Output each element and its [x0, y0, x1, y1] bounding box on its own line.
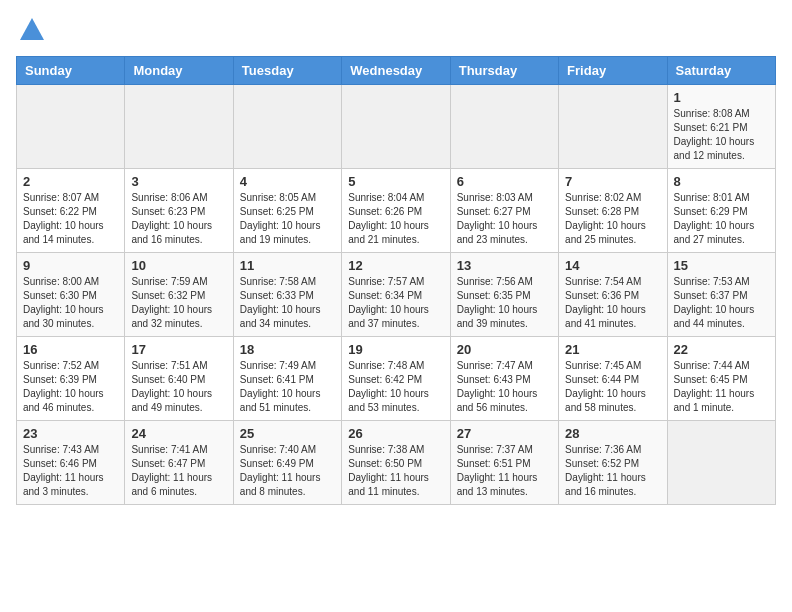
day-number: 28: [565, 426, 660, 441]
day-info: Sunrise: 7:36 AM Sunset: 6:52 PM Dayligh…: [565, 443, 660, 499]
calendar-week-row: 1Sunrise: 8:08 AM Sunset: 6:21 PM Daylig…: [17, 85, 776, 169]
day-number: 11: [240, 258, 335, 273]
calendar-cell: 5Sunrise: 8:04 AM Sunset: 6:26 PM Daylig…: [342, 169, 450, 253]
day-info: Sunrise: 7:45 AM Sunset: 6:44 PM Dayligh…: [565, 359, 660, 415]
calendar-cell: 12Sunrise: 7:57 AM Sunset: 6:34 PM Dayli…: [342, 253, 450, 337]
day-number: 24: [131, 426, 226, 441]
calendar-cell: 26Sunrise: 7:38 AM Sunset: 6:50 PM Dayli…: [342, 421, 450, 505]
day-info: Sunrise: 7:48 AM Sunset: 6:42 PM Dayligh…: [348, 359, 443, 415]
day-number: 25: [240, 426, 335, 441]
calendar-cell: [450, 85, 558, 169]
day-number: 13: [457, 258, 552, 273]
day-number: 17: [131, 342, 226, 357]
calendar-cell: 20Sunrise: 7:47 AM Sunset: 6:43 PM Dayli…: [450, 337, 558, 421]
day-header-monday: Monday: [125, 57, 233, 85]
day-info: Sunrise: 8:02 AM Sunset: 6:28 PM Dayligh…: [565, 191, 660, 247]
day-info: Sunrise: 8:05 AM Sunset: 6:25 PM Dayligh…: [240, 191, 335, 247]
day-number: 9: [23, 258, 118, 273]
calendar-cell: [667, 421, 775, 505]
calendar-cell: 3Sunrise: 8:06 AM Sunset: 6:23 PM Daylig…: [125, 169, 233, 253]
calendar-cell: 25Sunrise: 7:40 AM Sunset: 6:49 PM Dayli…: [233, 421, 341, 505]
day-number: 5: [348, 174, 443, 189]
day-header-wednesday: Wednesday: [342, 57, 450, 85]
day-number: 3: [131, 174, 226, 189]
day-info: Sunrise: 7:49 AM Sunset: 6:41 PM Dayligh…: [240, 359, 335, 415]
day-number: 2: [23, 174, 118, 189]
calendar-cell: 11Sunrise: 7:58 AM Sunset: 6:33 PM Dayli…: [233, 253, 341, 337]
calendar-week-row: 16Sunrise: 7:52 AM Sunset: 6:39 PM Dayli…: [17, 337, 776, 421]
day-info: Sunrise: 8:06 AM Sunset: 6:23 PM Dayligh…: [131, 191, 226, 247]
day-number: 18: [240, 342, 335, 357]
day-number: 1: [674, 90, 769, 105]
calendar-cell: 13Sunrise: 7:56 AM Sunset: 6:35 PM Dayli…: [450, 253, 558, 337]
logo: [16, 16, 46, 44]
calendar-cell: 19Sunrise: 7:48 AM Sunset: 6:42 PM Dayli…: [342, 337, 450, 421]
calendar-week-row: 2Sunrise: 8:07 AM Sunset: 6:22 PM Daylig…: [17, 169, 776, 253]
day-number: 19: [348, 342, 443, 357]
day-info: Sunrise: 7:37 AM Sunset: 6:51 PM Dayligh…: [457, 443, 552, 499]
day-info: Sunrise: 8:08 AM Sunset: 6:21 PM Dayligh…: [674, 107, 769, 163]
day-header-thursday: Thursday: [450, 57, 558, 85]
day-number: 12: [348, 258, 443, 273]
day-number: 8: [674, 174, 769, 189]
calendar-cell: [233, 85, 341, 169]
calendar-cell: [559, 85, 667, 169]
calendar-header-row: SundayMondayTuesdayWednesdayThursdayFrid…: [17, 57, 776, 85]
day-info: Sunrise: 8:03 AM Sunset: 6:27 PM Dayligh…: [457, 191, 552, 247]
day-number: 4: [240, 174, 335, 189]
calendar-cell: [125, 85, 233, 169]
calendar-table: SundayMondayTuesdayWednesdayThursdayFrid…: [16, 56, 776, 505]
day-info: Sunrise: 8:07 AM Sunset: 6:22 PM Dayligh…: [23, 191, 118, 247]
day-number: 23: [23, 426, 118, 441]
day-info: Sunrise: 7:52 AM Sunset: 6:39 PM Dayligh…: [23, 359, 118, 415]
calendar-cell: 4Sunrise: 8:05 AM Sunset: 6:25 PM Daylig…: [233, 169, 341, 253]
day-info: Sunrise: 8:04 AM Sunset: 6:26 PM Dayligh…: [348, 191, 443, 247]
calendar-cell: 27Sunrise: 7:37 AM Sunset: 6:51 PM Dayli…: [450, 421, 558, 505]
calendar-cell: [342, 85, 450, 169]
day-info: Sunrise: 7:59 AM Sunset: 6:32 PM Dayligh…: [131, 275, 226, 331]
day-number: 16: [23, 342, 118, 357]
day-number: 20: [457, 342, 552, 357]
day-info: Sunrise: 7:40 AM Sunset: 6:49 PM Dayligh…: [240, 443, 335, 499]
calendar-cell: [17, 85, 125, 169]
calendar-cell: 10Sunrise: 7:59 AM Sunset: 6:32 PM Dayli…: [125, 253, 233, 337]
calendar-cell: 8Sunrise: 8:01 AM Sunset: 6:29 PM Daylig…: [667, 169, 775, 253]
day-header-tuesday: Tuesday: [233, 57, 341, 85]
day-number: 10: [131, 258, 226, 273]
calendar-cell: 16Sunrise: 7:52 AM Sunset: 6:39 PM Dayli…: [17, 337, 125, 421]
day-info: Sunrise: 7:54 AM Sunset: 6:36 PM Dayligh…: [565, 275, 660, 331]
day-info: Sunrise: 7:58 AM Sunset: 6:33 PM Dayligh…: [240, 275, 335, 331]
day-info: Sunrise: 7:51 AM Sunset: 6:40 PM Dayligh…: [131, 359, 226, 415]
day-number: 7: [565, 174, 660, 189]
calendar-cell: 22Sunrise: 7:44 AM Sunset: 6:45 PM Dayli…: [667, 337, 775, 421]
svg-marker-0: [20, 18, 44, 40]
day-number: 26: [348, 426, 443, 441]
day-info: Sunrise: 7:43 AM Sunset: 6:46 PM Dayligh…: [23, 443, 118, 499]
calendar-cell: 24Sunrise: 7:41 AM Sunset: 6:47 PM Dayli…: [125, 421, 233, 505]
calendar-cell: 15Sunrise: 7:53 AM Sunset: 6:37 PM Dayli…: [667, 253, 775, 337]
day-info: Sunrise: 7:47 AM Sunset: 6:43 PM Dayligh…: [457, 359, 552, 415]
calendar-cell: 23Sunrise: 7:43 AM Sunset: 6:46 PM Dayli…: [17, 421, 125, 505]
calendar-cell: 6Sunrise: 8:03 AM Sunset: 6:27 PM Daylig…: [450, 169, 558, 253]
day-number: 6: [457, 174, 552, 189]
page-header: [16, 16, 776, 44]
day-header-friday: Friday: [559, 57, 667, 85]
calendar-cell: 21Sunrise: 7:45 AM Sunset: 6:44 PM Dayli…: [559, 337, 667, 421]
calendar-cell: 14Sunrise: 7:54 AM Sunset: 6:36 PM Dayli…: [559, 253, 667, 337]
day-info: Sunrise: 7:41 AM Sunset: 6:47 PM Dayligh…: [131, 443, 226, 499]
day-number: 15: [674, 258, 769, 273]
day-number: 27: [457, 426, 552, 441]
calendar-cell: 7Sunrise: 8:02 AM Sunset: 6:28 PM Daylig…: [559, 169, 667, 253]
day-info: Sunrise: 7:38 AM Sunset: 6:50 PM Dayligh…: [348, 443, 443, 499]
calendar-cell: 2Sunrise: 8:07 AM Sunset: 6:22 PM Daylig…: [17, 169, 125, 253]
calendar-week-row: 23Sunrise: 7:43 AM Sunset: 6:46 PM Dayli…: [17, 421, 776, 505]
day-header-saturday: Saturday: [667, 57, 775, 85]
calendar-cell: 9Sunrise: 8:00 AM Sunset: 6:30 PM Daylig…: [17, 253, 125, 337]
calendar-cell: 18Sunrise: 7:49 AM Sunset: 6:41 PM Dayli…: [233, 337, 341, 421]
logo-icon: [18, 16, 46, 44]
calendar-week-row: 9Sunrise: 8:00 AM Sunset: 6:30 PM Daylig…: [17, 253, 776, 337]
day-number: 22: [674, 342, 769, 357]
day-info: Sunrise: 7:57 AM Sunset: 6:34 PM Dayligh…: [348, 275, 443, 331]
day-header-sunday: Sunday: [17, 57, 125, 85]
calendar-cell: 28Sunrise: 7:36 AM Sunset: 6:52 PM Dayli…: [559, 421, 667, 505]
